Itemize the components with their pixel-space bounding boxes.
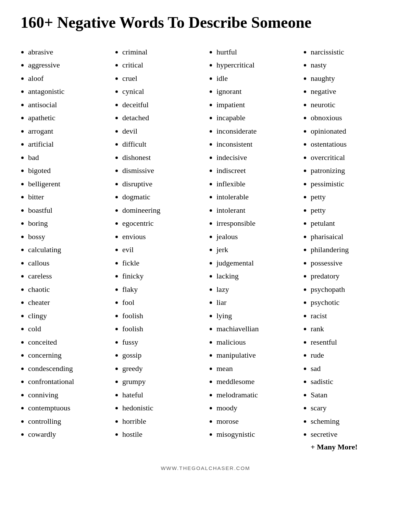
list-item: ignorant (216, 85, 296, 98)
word-list-3: hurtfulhypercriticalidleignorantimpatien… (209, 46, 296, 441)
list-item: indiscreet (216, 164, 296, 177)
list-item: nasty (311, 59, 390, 72)
list-item: belligerent (28, 177, 108, 191)
list-item: inconsiderate (216, 125, 296, 138)
columns-container: abrasiveaggressivealoofantagonisticantis… (21, 46, 390, 451)
list-item: hostile (122, 428, 202, 441)
list-item: disruptive (122, 177, 202, 191)
list-item: cynical (122, 85, 202, 98)
list-item: fussy (122, 336, 202, 349)
list-item: boastful (28, 204, 108, 217)
list-item: possessive (311, 257, 390, 270)
list-item: condescending (28, 362, 108, 375)
list-item: abrasive (28, 46, 108, 59)
list-item: domineering (122, 204, 202, 217)
list-item: arrogant (28, 125, 108, 138)
column-1: abrasiveaggressivealoofantagonisticantis… (21, 46, 108, 451)
list-item: scary (311, 401, 390, 415)
list-item: neurotic (311, 98, 390, 112)
list-item: ostentatious (311, 138, 390, 151)
list-item: impatient (216, 98, 296, 112)
list-item: intolerable (216, 190, 296, 204)
list-item: lazy (216, 283, 296, 296)
list-item: hurtful (216, 46, 296, 59)
list-item: morose (216, 415, 296, 428)
list-item: psychopath (311, 283, 390, 296)
list-item: machiavellian (216, 322, 296, 336)
list-item: negative (311, 85, 390, 98)
list-item: rank (311, 322, 390, 336)
list-item: secretive (311, 428, 390, 441)
list-item: judgemental (216, 257, 296, 270)
list-item: petty (311, 190, 390, 204)
page-title: 160+ Negative Words To Describe Someone (21, 14, 390, 32)
list-item: racist (311, 309, 390, 323)
list-item: hypercritical (216, 59, 296, 72)
list-item: naughty (311, 72, 390, 85)
list-item: jealous (216, 230, 296, 244)
plus-more-label: + Many More! (303, 443, 390, 451)
list-item: cheater (28, 296, 108, 309)
list-item: psychotic (311, 296, 390, 309)
list-item: dishonest (122, 151, 202, 164)
list-item: dogmatic (122, 190, 202, 204)
list-item: bigoted (28, 164, 108, 177)
list-item: flaky (122, 283, 202, 296)
list-item: rude (311, 349, 390, 362)
list-item: patronizing (311, 164, 390, 177)
list-item: cowardly (28, 428, 108, 441)
list-item: idle (216, 72, 296, 85)
list-item: careless (28, 270, 108, 283)
list-item: conniving (28, 388, 108, 402)
list-item: opinionated (311, 125, 390, 138)
list-item: incapable (216, 111, 296, 125)
list-item: resentful (311, 336, 390, 349)
list-item: meddlesome (216, 375, 296, 388)
list-item: controlling (28, 415, 108, 428)
list-item: jerk (216, 243, 296, 257)
list-item: clingy (28, 309, 108, 323)
list-item: grumpy (122, 375, 202, 388)
list-item: confrontational (28, 375, 108, 388)
list-item: boring (28, 217, 108, 230)
list-item: bitter (28, 190, 108, 204)
list-item: cruel (122, 72, 202, 85)
list-item: concerning (28, 349, 108, 362)
list-item: detached (122, 111, 202, 125)
list-item: foolish (122, 322, 202, 336)
list-item: liar (216, 296, 296, 309)
list-item: horrible (122, 415, 202, 428)
list-item: philandering (311, 243, 390, 257)
list-item: greedy (122, 362, 202, 375)
list-item: devil (122, 125, 202, 138)
list-item: predatory (311, 270, 390, 283)
list-item: finicky (122, 270, 202, 283)
list-item: mean (216, 362, 296, 375)
list-item: egocentric (122, 217, 202, 230)
list-item: antagonistic (28, 85, 108, 98)
list-item: sad (311, 362, 390, 375)
list-item: melodramatic (216, 388, 296, 402)
list-item: calculating (28, 243, 108, 257)
list-item: chaotic (28, 283, 108, 296)
list-item: malicious (216, 336, 296, 349)
list-item: evil (122, 243, 202, 257)
list-item: critical (122, 59, 202, 72)
list-item: deceitful (122, 98, 202, 112)
list-item: sadistic (311, 375, 390, 388)
list-item: fool (122, 296, 202, 309)
list-item: cold (28, 322, 108, 336)
list-item: contemptuous (28, 401, 108, 415)
list-item: petulant (311, 217, 390, 230)
list-item: artificial (28, 138, 108, 151)
word-list-1: abrasiveaggressivealoofantagonisticantis… (21, 46, 108, 441)
list-item: apathetic (28, 111, 108, 125)
list-item: lacking (216, 270, 296, 283)
list-item: fickle (122, 257, 202, 270)
list-item: lying (216, 309, 296, 323)
list-item: hateful (122, 388, 202, 402)
list-item: moody (216, 401, 296, 415)
list-item: callous (28, 257, 108, 270)
list-item: aloof (28, 72, 108, 85)
list-item: misogynistic (216, 428, 296, 441)
